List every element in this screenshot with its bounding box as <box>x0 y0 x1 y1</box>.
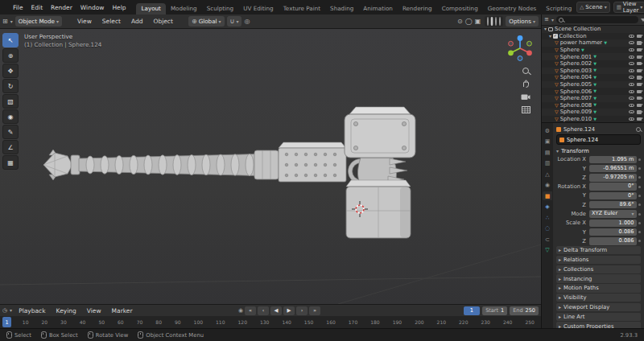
outliner-row[interactable]: ▽power hammer▼ <box>542 39 644 47</box>
tab-geometry-nodes[interactable]: Geometry Nodes <box>483 3 542 14</box>
outliner-row[interactable]: ▽Sphere.005▼ <box>542 81 644 88</box>
animate-dot-icon[interactable] <box>638 231 641 233</box>
section-delta-transform[interactable]: ▸Delta Transform <box>556 246 641 255</box>
tab-compositing[interactable]: Compositing <box>437 3 483 14</box>
tool-scale[interactable]: ▧ <box>2 94 19 109</box>
navigation-gizmo[interactable] <box>506 34 535 64</box>
tool-move[interactable]: ✥ <box>2 64 19 78</box>
menu-view[interactable]: View <box>73 14 96 28</box>
section-collections[interactable]: ▸Collections <box>556 265 641 274</box>
hide-eye-icon[interactable] <box>629 41 634 44</box>
camera-visibility-icon[interactable] <box>637 76 642 79</box>
section-instancing[interactable]: ▸Instancing <box>556 274 641 283</box>
outliner-row[interactable]: ▽Sphere.008▼ <box>542 102 644 109</box>
hide-eye-icon[interactable] <box>629 97 634 100</box>
animate-dot-icon[interactable] <box>638 186 641 188</box>
filter-icon[interactable] <box>641 18 644 22</box>
scale-x-field[interactable]: 1.000 <box>589 220 637 228</box>
collection-checkbox[interactable]: ✓ <box>553 34 558 39</box>
jump-to-start-button[interactable]: « <box>245 306 256 315</box>
menu-render[interactable]: Render <box>47 1 76 14</box>
outliner-search[interactable] <box>556 16 638 23</box>
animate-dot-icon[interactable] <box>638 176 641 179</box>
outliner-row[interactable]: ▽Sphere.007▼ <box>542 95 644 102</box>
hide-eye-icon[interactable] <box>629 35 634 38</box>
transform-orientation-dropdown[interactable]: ⊕ Global ▾ <box>188 16 225 27</box>
tab-rendering[interactable]: Rendering <box>398 3 437 14</box>
expand-icon[interactable]: ▾ <box>544 27 547 31</box>
menu-select[interactable]: Select <box>98 14 125 28</box>
tab-texture-paint[interactable]: Texture Paint <box>279 3 325 14</box>
shading-solid-icon[interactable] <box>490 17 493 26</box>
tab-physics[interactable]: ◌ <box>543 224 552 233</box>
prev-keyframe-button[interactable]: ‹ <box>258 306 269 315</box>
animate-dot-icon[interactable] <box>638 167 641 170</box>
section-viewport-display[interactable]: ▸Viewport Display <box>556 303 641 312</box>
tab-output[interactable]: ▤ <box>543 148 552 157</box>
hide-eye-icon[interactable] <box>629 76 634 79</box>
3d-viewport[interactable]: User Perspective (1) Collection | Sphere… <box>0 29 541 304</box>
camera-visibility-icon[interactable] <box>637 97 642 100</box>
hammer-model[interactable] <box>0 29 541 304</box>
hide-eye-icon[interactable] <box>629 62 634 65</box>
hide-eye-icon[interactable] <box>629 55 634 59</box>
tab-layout[interactable]: Layout <box>136 3 165 14</box>
auto-keying-icon[interactable]: ◉ <box>238 308 243 314</box>
transform-panel-header[interactable]: ▾ Transform <box>556 146 641 155</box>
rotation-x-field[interactable]: 0° <box>589 183 637 191</box>
hide-eye-icon[interactable] <box>629 90 634 93</box>
shading-material-icon[interactable] <box>494 17 497 26</box>
jump-to-end-button[interactable]: » <box>309 306 320 315</box>
tab-animation[interactable]: Animation <box>358 3 398 14</box>
tool-select-box[interactable]: ↖ <box>2 33 19 47</box>
hide-eye-icon[interactable] <box>629 104 634 107</box>
animate-dot-icon[interactable] <box>638 240 641 242</box>
breadcrumb-object[interactable]: Sphere.124 <box>564 126 595 133</box>
search-icon[interactable] <box>636 127 641 132</box>
menu-help[interactable]: Help <box>108 1 130 14</box>
outliner-row[interactable]: ▽Sphere▼ <box>542 47 644 54</box>
camera-visibility-icon[interactable] <box>637 110 642 113</box>
hide-eye-icon[interactable] <box>629 117 634 121</box>
orthographic-grid-icon[interactable] <box>522 106 530 113</box>
section-relations[interactable]: ▸Relations <box>556 256 641 265</box>
tab-scripting[interactable]: Scripting <box>541 3 576 14</box>
section-visibility[interactable]: ▸Visibility <box>556 294 641 302</box>
current-frame-field[interactable]: 1 <box>464 306 480 315</box>
menu-keying[interactable]: Keying <box>52 304 80 318</box>
tab-sculpting[interactable]: Sculpting <box>202 3 239 14</box>
shading-rendered-icon[interactable] <box>498 17 502 26</box>
scale-y-field[interactable]: 0.086 <box>589 228 637 236</box>
tab-modifiers[interactable]: ◈ <box>543 203 552 212</box>
outliner-row[interactable]: ▽Sphere.009▼ <box>542 109 644 116</box>
timeline-editor-icon[interactable]: ◷ <box>2 308 7 314</box>
menu-view[interactable]: View <box>83 304 105 318</box>
tab-object[interactable]: ■ <box>543 191 552 200</box>
tab-view-layer[interactable]: ▥ <box>543 159 552 168</box>
search-input[interactable] <box>565 17 636 23</box>
location-z-field[interactable]: -0.97205 m <box>589 174 637 182</box>
outliner-row[interactable]: ▽Sphere.001▼ <box>542 53 644 60</box>
camera-view-icon[interactable] <box>521 93 530 101</box>
snap-dropdown[interactable]: ∪ ▾ <box>227 16 242 27</box>
pan-hand-icon[interactable] <box>522 80 530 88</box>
outliner-row[interactable]: ▽Sphere.002▼ <box>542 60 644 68</box>
timeline-ruler[interactable]: 0 10 20 30 40 50 60 70 80 90 100 110 120… <box>0 316 541 328</box>
tab-particles[interactable]: ∴ <box>543 213 552 222</box>
camera-visibility-icon[interactable] <box>637 117 642 121</box>
outliner-row-collection[interactable]: ▾ ✓ Collection <box>542 33 644 40</box>
view-layer-selector[interactable]: ▥ View Layer ▾ <box>613 2 644 13</box>
menu-object[interactable]: Object <box>150 14 177 28</box>
tab-shading[interactable]: Shading <box>325 3 358 14</box>
camera-visibility-icon[interactable] <box>637 48 642 51</box>
animate-dot-icon[interactable] <box>638 195 641 197</box>
viewport-options-dropdown[interactable]: Options ▾ <box>506 16 539 27</box>
camera-visibility-icon[interactable] <box>637 35 642 38</box>
show-overlays-icon[interactable]: ◯ <box>465 18 473 25</box>
xray-toggle-icon[interactable]: ▣ <box>475 18 481 25</box>
camera-visibility-icon[interactable] <box>637 90 642 93</box>
tab-uv-editing[interactable]: UV Editing <box>238 3 279 14</box>
menu-playback[interactable]: Playback <box>14 304 49 318</box>
tool-add-cube[interactable]: ▦ <box>2 155 19 170</box>
expand-icon[interactable]: ▾ <box>549 34 551 39</box>
